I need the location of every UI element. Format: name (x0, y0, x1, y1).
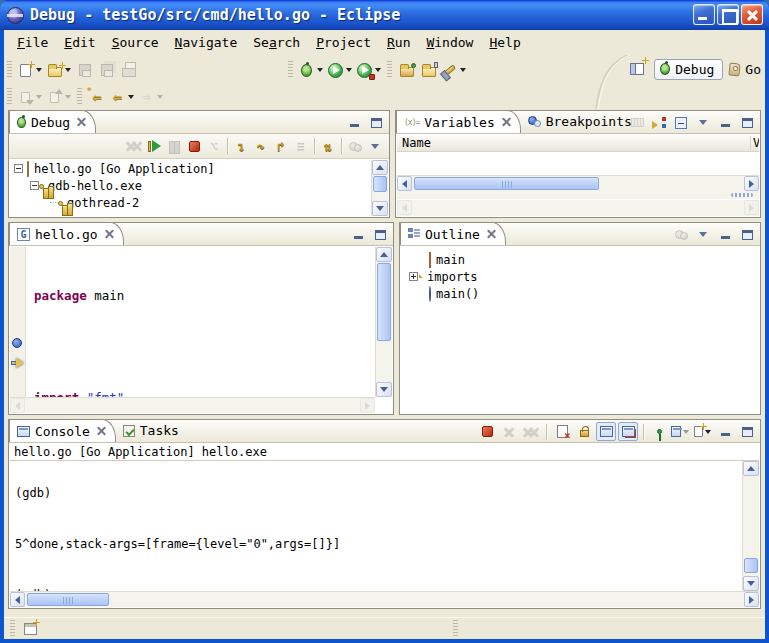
console-horizontal-scrollbar[interactable] (10, 591, 759, 607)
last-edit-location-button[interactable]: ⇦* (86, 85, 108, 109)
next-annotation-button[interactable] (16, 85, 45, 109)
close-tab-icon[interactable] (77, 118, 86, 127)
open-resource-button[interactable] (396, 58, 418, 82)
show-stdout-button[interactable] (596, 422, 616, 441)
fast-view-button[interactable] (19, 617, 41, 640)
tab-console[interactable]: Console (9, 419, 116, 442)
editor-vertical-scrollbar[interactable] (375, 247, 392, 397)
tab-outline[interactable]: Outline (400, 222, 506, 245)
view-minimize-button[interactable] (348, 225, 368, 244)
close-tab-icon[interactable] (97, 427, 106, 436)
variables-horizontal-scrollbar[interactable] (397, 175, 759, 191)
drop-to-frame-button[interactable]: ≡ (291, 137, 311, 156)
back-button[interactable]: ⇦ (108, 85, 137, 109)
clear-console-button[interactable] (552, 422, 572, 441)
console-vertical-scrollbar[interactable] (742, 461, 759, 591)
editor-horizontal-scrollbar[interactable] (10, 397, 375, 413)
view-maximize-button[interactable] (737, 225, 757, 244)
menu-search[interactable]: Search (246, 33, 307, 52)
show-type-names-button[interactable] (627, 113, 647, 132)
debug-view-menu-button[interactable] (365, 137, 385, 156)
open-perspective-button[interactable] (626, 57, 648, 81)
debug-button[interactable] (297, 58, 326, 82)
scrollbar-thumb[interactable] (377, 263, 391, 341)
pin-console-button[interactable] (649, 422, 669, 441)
view-minimize-button[interactable] (344, 113, 364, 132)
perspective-go-button[interactable]: Go (729, 62, 761, 77)
variables-column-header[interactable]: Name V (397, 135, 759, 152)
detail-pane-sash[interactable] (397, 191, 759, 199)
print-button[interactable] (118, 58, 140, 82)
menu-navigate[interactable]: Navigate (168, 33, 245, 52)
maximize-button[interactable] (717, 4, 739, 25)
previous-annotation-button[interactable] (45, 85, 74, 109)
view-minimize-button[interactable] (715, 113, 735, 132)
view-maximize-button[interactable] (737, 422, 757, 441)
scrollbar-thumb[interactable] (744, 558, 758, 573)
focus-on-active-task-button[interactable] (671, 225, 691, 244)
collapse-all-button[interactable] (671, 113, 691, 132)
resume-button[interactable] (144, 137, 164, 156)
remove-launch-button[interactable] (499, 422, 519, 441)
close-tab-icon[interactable] (502, 118, 511, 127)
menu-window[interactable]: Window (419, 33, 480, 52)
focus-on-active-task-button[interactable] (345, 137, 365, 156)
detail-pane-scrollbar[interactable] (397, 200, 759, 216)
collapse-expander[interactable] (14, 164, 23, 173)
tab-hello-go[interactable]: G hello.go (9, 222, 124, 245)
close-tab-icon[interactable] (105, 230, 114, 239)
variables-view-menu-button[interactable] (693, 113, 713, 132)
tab-debug[interactable]: Debug (9, 110, 96, 133)
view-maximize-button[interactable] (370, 225, 390, 244)
remove-all-launches-button[interactable] (521, 422, 541, 441)
editor-annotation-ruler[interactable] (10, 247, 26, 397)
remove-all-terminated-button[interactable] (124, 137, 144, 156)
menu-help[interactable]: Help (482, 33, 527, 52)
menu-source[interactable]: Source (105, 33, 166, 52)
disconnect-button[interactable]: ⌥ (204, 137, 224, 156)
view-maximize-button[interactable] (366, 113, 386, 132)
debug-tree-row-thread[interactable]: gothread-2 (10, 194, 371, 211)
show-stderr-button[interactable] (618, 422, 638, 441)
show-logical-structure-button[interactable] (649, 113, 669, 132)
menu-file[interactable]: File (10, 33, 55, 52)
debug-tree-row-target[interactable]: gdb-hello.exe (10, 177, 371, 194)
expand-expander[interactable] (409, 272, 418, 281)
new-wizard-button[interactable] (16, 58, 45, 82)
view-minimize-button[interactable] (715, 225, 735, 244)
menu-edit[interactable]: Edit (57, 33, 102, 52)
close-tab-icon[interactable] (487, 230, 496, 239)
console-terminate-button[interactable] (477, 422, 497, 441)
display-selected-console-button[interactable] (671, 422, 691, 441)
new-go-element-button[interactable] (45, 58, 74, 82)
scroll-lock-button[interactable] (574, 422, 594, 441)
terminate-button[interactable] (184, 137, 204, 156)
close-button[interactable] (741, 4, 763, 25)
debug-vertical-scrollbar[interactable] (371, 160, 388, 216)
step-return-button[interactable]: ↱ (271, 137, 291, 156)
menu-project[interactable]: Project (309, 33, 378, 52)
perspective-debug-button[interactable]: Debug (654, 59, 723, 80)
open-task-button[interactable] (418, 58, 440, 82)
forward-button[interactable]: ⇨ (137, 85, 166, 109)
save-all-button[interactable] (96, 58, 118, 82)
external-tools-button[interactable] (355, 58, 384, 82)
search-button[interactable] (440, 58, 469, 82)
tab-breakpoints[interactable]: Breakpoints (521, 110, 641, 133)
debug-tree-row-launch[interactable]: hello.go [Go Application] (10, 160, 371, 177)
scrollbar-thumb[interactable] (27, 593, 109, 606)
view-minimize-button[interactable] (715, 422, 735, 441)
suspend-button[interactable] (164, 137, 184, 156)
outline-row-function[interactable]: main() (401, 285, 759, 302)
breakpoint-marker[interactable] (12, 338, 22, 348)
step-into-button[interactable]: ↴ (231, 137, 251, 156)
step-over-button[interactable]: ↷ (251, 137, 271, 156)
view-maximize-button[interactable] (737, 113, 757, 132)
console-output[interactable]: (gdb) 5^done,stack-args=[frame={level="0… (10, 461, 742, 591)
use-step-filters-button[interactable]: ⇅ (318, 137, 338, 156)
scrollbar-thumb[interactable] (373, 176, 387, 192)
tab-tasks[interactable]: Tasks (116, 419, 188, 442)
name-column-header[interactable]: Name (402, 136, 431, 150)
scrollbar-thumb[interactable] (414, 177, 599, 190)
outline-view-menu-button[interactable] (693, 225, 713, 244)
